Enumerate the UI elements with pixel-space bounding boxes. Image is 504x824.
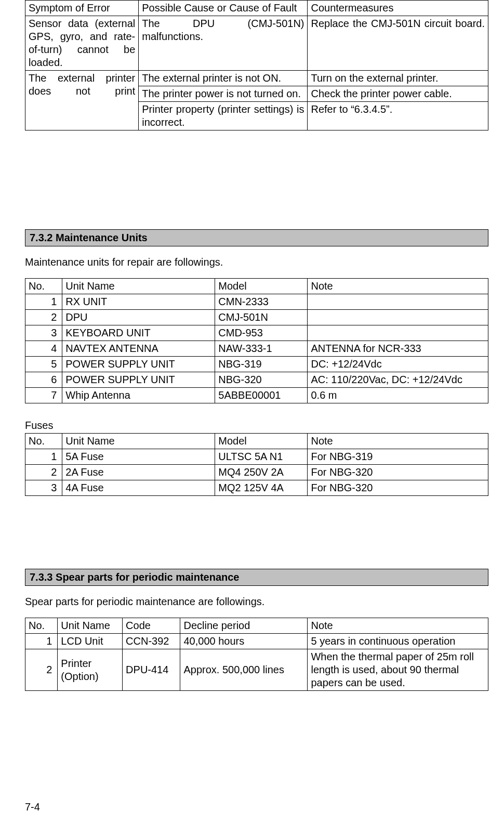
cell-model: CMN-2333 xyxy=(215,294,308,310)
cell-model: NBG-319 xyxy=(215,357,308,372)
maintenance-units-table: No. Unit Name Model Note 1 RX UNIT CMN-2… xyxy=(25,278,488,403)
col-note: Note xyxy=(308,279,488,294)
cell-unit: RX UNIT xyxy=(62,294,215,310)
cell-no: 5 xyxy=(25,357,62,372)
cell-unit: KEYBOARD UNIT xyxy=(62,325,215,341)
counter-cell: Replace the CMJ-501N circuit board. xyxy=(308,16,488,71)
section-intro: Spear parts for periodic maintenance are… xyxy=(25,595,488,608)
table-row: The external printer does not print The … xyxy=(25,71,488,86)
cell-unit: POWER SUPPLY UNIT xyxy=(62,372,215,388)
cell-no: 1 xyxy=(25,449,62,465)
cell-model: CMJ-501N xyxy=(215,310,308,325)
cause-cell: The external printer is not ON. xyxy=(139,71,308,86)
cell-unit: DPU xyxy=(62,310,215,325)
symptom-cell: The external printer does not print xyxy=(25,71,139,130)
spare-parts-table: No. Unit Name Code Decline period Note 1… xyxy=(25,618,488,691)
col-counter: Countermeasures xyxy=(308,1,488,16)
col-note: Note xyxy=(308,434,488,449)
table-header-row: No. Unit Name Code Decline period Note xyxy=(25,618,488,634)
table-row: 2 2A Fuse MQ4 250V 2A For NBG-320 xyxy=(25,465,488,480)
table-row: 3 KEYBOARD UNIT CMD-953 xyxy=(25,325,488,341)
col-code: Code xyxy=(123,618,180,634)
cell-note: ANTENNA for NCR-333 xyxy=(308,341,488,357)
cell-unit: 2A Fuse xyxy=(62,465,215,480)
cell-no: 3 xyxy=(25,480,62,496)
col-no: No. xyxy=(25,279,62,294)
cell-note: 5 years in continuous operation xyxy=(308,634,488,649)
cell-no: 7 xyxy=(25,388,62,403)
cell-note: When the thermal paper of 25m roll lengt… xyxy=(308,649,488,691)
cell-code: CCN-392 xyxy=(123,634,180,649)
cell-decline: Approx. 500,000 lines xyxy=(180,649,308,691)
fuses-table: No. Unit Name Model Note 1 5A Fuse ULTSC… xyxy=(25,433,488,496)
col-unit-name: Unit Name xyxy=(62,434,215,449)
cell-model: NBG-320 xyxy=(215,372,308,388)
cell-unit: 5A Fuse xyxy=(62,449,215,465)
table-row: 1 5A Fuse ULTSC 5A N1 For NBG-319 xyxy=(25,449,488,465)
troubleshooting-table: Symptom of Error Possible Cause or Cause… xyxy=(25,0,488,130)
cell-decline: 40,000 hours xyxy=(180,634,308,649)
cell-model: CMD-953 xyxy=(215,325,308,341)
counter-cell: Check the printer power cable. xyxy=(308,86,488,102)
table-row: 2 DPU CMJ-501N xyxy=(25,310,488,325)
cell-unit: NAVTEX ANTENNA xyxy=(62,341,215,357)
cell-no: 1 xyxy=(25,634,58,649)
counter-cell: Refer to “6.3.4.5”. xyxy=(308,102,488,130)
cell-model: MQ4 250V 2A xyxy=(215,465,308,480)
cell-unit: Printer (Option) xyxy=(58,649,123,691)
cell-note xyxy=(308,310,488,325)
cell-unit: 4A Fuse xyxy=(62,480,215,496)
col-cause: Possible Cause or Cause of Fault xyxy=(139,1,308,16)
cell-no: 6 xyxy=(25,372,62,388)
table-row: 7 Whip Antenna 5ABBE00001 0.6 m xyxy=(25,388,488,403)
cell-no: 2 xyxy=(25,465,62,480)
col-symptom: Symptom of Error xyxy=(25,1,139,16)
cell-note: For NBG-319 xyxy=(308,449,488,465)
table-row: 6 POWER SUPPLY UNIT NBG-320 AC: 110/220V… xyxy=(25,372,488,388)
section-intro: Maintenance units for repair are followi… xyxy=(25,256,488,269)
table-row: 4 NAVTEX ANTENNA NAW-333-1 ANTENNA for N… xyxy=(25,341,488,357)
cause-cell: The printer power is not turned on. xyxy=(139,86,308,102)
col-model: Model xyxy=(215,279,308,294)
table-row: 5 POWER SUPPLY UNIT NBG-319 DC: +12/24Vd… xyxy=(25,357,488,372)
section-heading-733: 7.3.3 Spear parts for periodic maintenan… xyxy=(25,569,488,586)
cell-no: 2 xyxy=(25,649,58,691)
table-header-row: No. Unit Name Model Note xyxy=(25,279,488,294)
table-row: 1 LCD Unit CCN-392 40,000 hours 5 years … xyxy=(25,634,488,649)
counter-cell: Turn on the external printer. xyxy=(308,71,488,86)
cell-model: NAW-333-1 xyxy=(215,341,308,357)
cause-cell: The DPU (CMJ-501N) malfunctions. xyxy=(139,16,308,71)
cell-no: 1 xyxy=(25,294,62,310)
table-header-row: No. Unit Name Model Note xyxy=(25,434,488,449)
col-unit-name: Unit Name xyxy=(62,279,215,294)
cell-model: MQ2 125V 4A xyxy=(215,480,308,496)
col-note: Note xyxy=(308,618,488,634)
col-no: No. xyxy=(25,618,58,634)
symptom-cell: Sensor data (external GPS, gyro, and rat… xyxy=(25,16,139,71)
page-number: 7-4 xyxy=(25,801,40,814)
table-row: 1 RX UNIT CMN-2333 xyxy=(25,294,488,310)
cell-note: 0.6 m xyxy=(308,388,488,403)
col-model: Model xyxy=(215,434,308,449)
col-decline: Decline period xyxy=(180,618,308,634)
cell-code: DPU-414 xyxy=(123,649,180,691)
cell-unit: LCD Unit xyxy=(58,634,123,649)
cell-note xyxy=(308,294,488,310)
cell-note: DC: +12/24Vdc xyxy=(308,357,488,372)
fuses-label: Fuses xyxy=(25,419,488,432)
cell-note: AC: 110/220Vac, DC: +12/24Vdc xyxy=(308,372,488,388)
cell-unit: POWER SUPPLY UNIT xyxy=(62,357,215,372)
table-row: 2 Printer (Option) DPU-414 Approx. 500,0… xyxy=(25,649,488,691)
col-unit-name: Unit Name xyxy=(58,618,123,634)
cell-no: 3 xyxy=(25,325,62,341)
table-row: 3 4A Fuse MQ2 125V 4A For NBG-320 xyxy=(25,480,488,496)
cell-model: ULTSC 5A N1 xyxy=(215,449,308,465)
cell-note: For NBG-320 xyxy=(308,465,488,480)
section-heading-732: 7.3.2 Maintenance Units xyxy=(25,229,488,246)
table-row: Sensor data (external GPS, gyro, and rat… xyxy=(25,16,488,71)
cause-cell: Printer property (printer settings) is i… xyxy=(139,102,308,130)
cell-no: 2 xyxy=(25,310,62,325)
cell-unit: Whip Antenna xyxy=(62,388,215,403)
table-header-row: Symptom of Error Possible Cause or Cause… xyxy=(25,1,488,16)
cell-model: 5ABBE00001 xyxy=(215,388,308,403)
